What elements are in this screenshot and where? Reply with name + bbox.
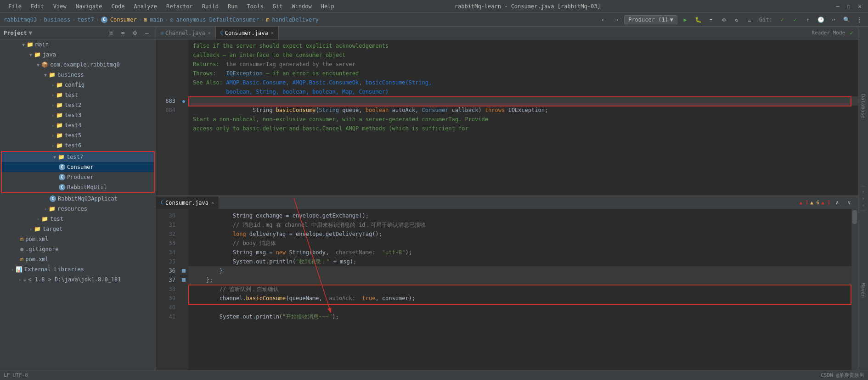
bottom-code-editor[interactable]: 30 31 32 33 34 35 36 37 38 39 40 41 bbox=[156, 209, 858, 370]
scrollbar-thumb[interactable] bbox=[852, 210, 857, 224]
top-tabs-bar: ◎ Channel.java ✕ C Consumer.java ✕ Reade… bbox=[156, 27, 858, 39]
bottom-code-content[interactable]: String exchange = envelope.getExchange()… bbox=[188, 209, 858, 370]
sidebar-close[interactable]: — bbox=[142, 28, 152, 38]
reader-mode-label[interactable]: Reader Mode bbox=[812, 30, 845, 36]
more-button[interactable]: … bbox=[744, 15, 755, 25]
expand-collapse-btns[interactable]: › › › bbox=[861, 186, 865, 211]
tree-item-test6[interactable]: › 📁 test6 bbox=[0, 140, 156, 151]
channel-tab-close[interactable]: ✕ bbox=[208, 30, 211, 35]
database-panel-tab[interactable]: Database bbox=[860, 27, 866, 186]
breadcrumb-consumer[interactable]: Consumer bbox=[110, 17, 137, 23]
tree-item-com[interactable]: ▼ 📦 com.example.rabbitmq0 bbox=[0, 60, 156, 70]
menu-window[interactable]: Window bbox=[288, 2, 315, 11]
tree-item-test2[interactable]: › 📁 test2 bbox=[0, 100, 156, 110]
menu-help[interactable]: Help bbox=[317, 2, 338, 11]
menu-tools[interactable]: Tools bbox=[243, 2, 267, 11]
tree-item-resources[interactable]: › 📁 resources bbox=[0, 204, 156, 214]
minimize-button[interactable]: — bbox=[834, 3, 841, 10]
menu-navigate[interactable]: Navigate bbox=[72, 2, 106, 11]
tree-item-test-folder[interactable]: › 📁 test bbox=[0, 90, 156, 100]
menu-view[interactable]: View bbox=[50, 2, 70, 11]
menu-run[interactable]: Run bbox=[224, 2, 242, 11]
tree-item-main[interactable]: ▼ 📁 main bbox=[0, 39, 156, 50]
tree-item-test4[interactable]: › 📁 test4 bbox=[0, 120, 156, 130]
top-code-content[interactable]: false if the server should expect explic… bbox=[188, 39, 858, 196]
tree-item-target[interactable]: › 📁 target bbox=[0, 224, 156, 234]
menu-refactor[interactable]: Refactor bbox=[163, 2, 197, 11]
sidebar-sort[interactable]: ≈ bbox=[118, 28, 128, 38]
sidebar-header-buttons[interactable]: ≡ ≈ ⚙ — bbox=[106, 28, 152, 38]
menu-file[interactable]: File bbox=[5, 2, 25, 11]
tree-item-config[interactable]: › 📁 config bbox=[0, 80, 156, 90]
tree-item-test7[interactable]: ▼ 📁 test7 bbox=[2, 152, 154, 162]
breadcrumb-handleDelivery[interactable]: handleDelivery bbox=[272, 17, 319, 23]
back-button[interactable]: ← bbox=[598, 15, 609, 25]
tree-item-rabbitmqutil[interactable]: C RabbitMqUtil bbox=[2, 182, 154, 192]
menu-git[interactable]: Git bbox=[269, 2, 287, 11]
git-undo[interactable]: ↩ bbox=[829, 15, 839, 25]
settings-button[interactable]: ⋮ bbox=[854, 15, 864, 25]
menu-edit[interactable]: Edit bbox=[27, 2, 48, 11]
maven-label[interactable]: Maven bbox=[860, 280, 866, 301]
tab-consumer-java-bottom[interactable]: C Consumer.java ✕ bbox=[156, 196, 219, 209]
tree-item-jdk[interactable]: › ☕ < 1.8 > D:\java\jdk1.8.0_181 bbox=[0, 274, 156, 285]
nav-up[interactable]: ∧ bbox=[832, 198, 842, 208]
tree-item-business[interactable]: ▼ 📁 business bbox=[0, 70, 156, 80]
coverage-button[interactable]: ☂ bbox=[706, 15, 716, 25]
consumer-bottom-tab-close[interactable]: ✕ bbox=[211, 200, 214, 205]
run-button[interactable]: ▶ bbox=[680, 15, 690, 25]
expand-right-2[interactable]: › bbox=[861, 195, 865, 202]
tree-item-gitignore[interactable]: ● .gitignore bbox=[0, 244, 156, 254]
run-config-selector[interactable]: Producer (1) ▼ bbox=[624, 15, 677, 24]
sidebar-collapse-all[interactable]: ≡ bbox=[106, 28, 116, 38]
git-push[interactable]: ↑ bbox=[803, 15, 813, 25]
nav-down[interactable]: ∨ bbox=[844, 198, 854, 208]
tree-item-application[interactable]: C RabbitMq03Applicat bbox=[0, 194, 156, 204]
bottom-scrollbar[interactable] bbox=[851, 209, 858, 370]
menu-code[interactable]: Code bbox=[108, 2, 129, 11]
ln-blank9 bbox=[159, 124, 175, 133]
tree-item-consumer[interactable]: C Consumer bbox=[2, 162, 154, 172]
menu-build[interactable]: Build bbox=[198, 2, 222, 11]
breadcrumb-business[interactable]: business bbox=[44, 17, 70, 23]
build-button[interactable]: ⚙ bbox=[719, 15, 729, 25]
tab-channel-java[interactable]: ◎ Channel.java ✕ bbox=[156, 27, 216, 39]
git-check2[interactable]: ✓ bbox=[790, 15, 800, 25]
debug-button[interactable]: 🐛 bbox=[693, 15, 703, 25]
tree-item-producer[interactable]: C Producer bbox=[2, 172, 154, 182]
bln-36: 36 bbox=[159, 266, 175, 275]
search-button[interactable]: 🔍 bbox=[841, 15, 851, 25]
maven-panel-tab[interactable]: Maven bbox=[860, 211, 866, 370]
expand-right-1[interactable]: › bbox=[861, 188, 865, 195]
expand-right-3[interactable]: › bbox=[861, 202, 865, 209]
git-check1[interactable]: ✓ bbox=[777, 15, 787, 25]
breadcrumb-main[interactable]: main bbox=[150, 17, 163, 23]
breadcrumb-rabbitmq03[interactable]: rabbitmq03 bbox=[4, 17, 37, 23]
window-controls[interactable]: — ☐ ✕ bbox=[834, 3, 863, 10]
tree-item-test5[interactable]: › 📁 test5 bbox=[0, 130, 156, 140]
sidebar-settings[interactable]: ⚙ bbox=[130, 28, 140, 38]
tree-item-test3[interactable]: › 📁 test3 bbox=[0, 110, 156, 120]
maximize-button[interactable]: ☐ bbox=[845, 3, 852, 10]
database-label[interactable]: Database bbox=[860, 91, 866, 121]
tab-consumer-java-top[interactable]: C Consumer.java ✕ bbox=[216, 27, 279, 39]
tree-arrow-business: ▼ bbox=[42, 73, 49, 78]
run-config-arrow: ▼ bbox=[670, 17, 673, 23]
tree-label-main: main bbox=[35, 41, 49, 48]
close-button[interactable]: ✕ bbox=[856, 3, 863, 10]
forward-button[interactable]: → bbox=[611, 15, 621, 25]
consumer-top-tab-close[interactable]: ✕ bbox=[271, 30, 274, 35]
git-clock[interactable]: 🕐 bbox=[816, 15, 826, 25]
breadcrumb-anon[interactable]: anonymous DefaultConsumer bbox=[176, 17, 259, 23]
top-code-editor[interactable]: 883 884 ● bbox=[156, 39, 858, 196]
tree-item-ext-libs[interactable]: › 📊 External Libraries bbox=[0, 264, 156, 274]
reload-button[interactable]: ↻ bbox=[732, 15, 742, 25]
menu-bar[interactable]: File Edit View Navigate Code Analyze Ref… bbox=[5, 2, 338, 11]
tree-item-java[interactable]: ▼ 📁 java bbox=[0, 50, 156, 60]
tree-item-test-src[interactable]: › 📁 test bbox=[0, 214, 156, 224]
menu-analyze[interactable]: Analyze bbox=[130, 2, 161, 11]
breadcrumb-test7[interactable]: test7 bbox=[78, 17, 94, 23]
tree-item-pom-xml[interactable]: m pom.xml bbox=[0, 254, 156, 264]
tree-label-test-src: test bbox=[50, 216, 63, 222]
tree-item-pom-m[interactable]: m pom.xml bbox=[0, 234, 156, 244]
